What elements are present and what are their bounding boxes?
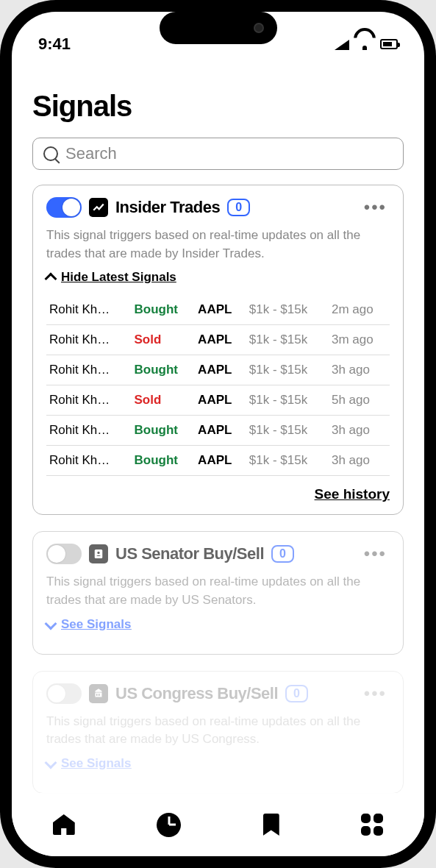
count-badge: 0 [227,199,250,216]
trade-name: Rohit Kh… [46,446,132,476]
status-time: 9:41 [38,35,71,54]
nav-bookmark-icon[interactable] [263,814,279,836]
table-row[interactable]: Rohit Kh…BoughtAAPL$1k - $15k3h ago [46,446,390,476]
trades-table: Rohit Kh…BoughtAAPL$1k - $15k2m agoRohit… [46,295,390,476]
more-menu-button[interactable]: ••• [361,199,390,216]
count-badge: 0 [285,685,308,702]
hide-signals-toggle[interactable]: Hide Latest Signals [46,270,390,285]
card-description: This signal triggers based on real-time … [46,713,390,749]
trade-symbol: AAPL [195,325,246,355]
card-header: US Senator Buy/Sell 0 ••• [46,544,390,564]
trade-symbol: AAPL [195,295,246,325]
trade-action: Sold [132,385,196,416]
trade-name: Rohit Kh… [46,355,132,385]
trade-action: Bought [132,355,196,385]
trade-time: 2m ago [329,295,390,325]
status-icons [335,38,398,50]
table-row[interactable]: Rohit Kh…SoldAAPL$1k - $15k5h ago [46,385,390,416]
trade-amount: $1k - $15k [246,295,329,325]
trade-action: Bought [132,295,196,325]
nav-history-icon[interactable] [157,813,181,837]
more-menu-button[interactable]: ••• [361,545,390,563]
trade-symbol: AAPL [195,446,246,476]
table-row[interactable]: Rohit Kh…BoughtAAPL$1k - $15k3h ago [46,355,390,385]
cellular-icon [335,38,349,50]
svg-point-1 [97,552,99,554]
trade-name: Rohit Kh… [46,416,132,446]
card-description: This signal triggers based on real-time … [46,227,390,263]
search-icon [43,146,58,161]
battery-icon [380,39,398,49]
signal-card-insider-trades: Insider Trades 0 ••• This signal trigger… [32,185,404,515]
device-frame: 9:41 Signals Insider Trades [0,0,436,868]
count-badge: 0 [271,545,294,563]
trade-action: Bought [132,446,196,476]
search-field[interactable] [32,138,404,170]
card-description: This signal triggers based on real-time … [46,573,390,609]
trade-action: Sold [132,325,196,355]
table-row[interactable]: Rohit Kh…BoughtAAPL$1k - $15k3h ago [46,416,390,446]
chart-icon [89,198,108,217]
screen: 9:41 Signals Insider Trades [12,12,424,856]
trade-amount: $1k - $15k [246,416,329,446]
hide-signals-label: Hide Latest Signals [61,270,176,285]
trade-name: Rohit Kh… [46,325,132,355]
card-title: Insider Trades [115,198,220,217]
content-area: Signals Insider Trades 0 ••• This signal… [12,63,424,856]
trade-time: 3h ago [329,416,390,446]
search-input[interactable] [65,144,393,163]
card-title: US Senator Buy/Sell [115,544,264,563]
trade-time: 3h ago [329,355,390,385]
bottom-nav [12,793,424,856]
chevron-down-icon [45,617,57,630]
capitol-icon [89,684,108,703]
wifi-icon [357,38,373,50]
trade-name: Rohit Kh… [46,295,132,325]
trade-time: 3m ago [329,325,390,355]
toggle-switch[interactable] [46,544,82,564]
trade-time: 3h ago [329,446,390,476]
card-header: US Congress Buy/Sell 0 ••• [46,683,390,704]
trade-amount: $1k - $15k [246,325,329,355]
more-menu-button[interactable]: ••• [361,685,390,702]
trade-time: 5h ago [329,385,390,416]
trade-amount: $1k - $15k [246,385,329,416]
toggle-switch[interactable] [46,197,82,218]
table-row[interactable]: Rohit Kh…SoldAAPL$1k - $15k3m ago [46,325,390,355]
trade-amount: $1k - $15k [246,446,329,476]
card-header: Insider Trades 0 ••• [46,197,390,218]
trade-symbol: AAPL [195,416,246,446]
see-signals-label: See Signals [61,756,131,771]
signal-card-us-congress: US Congress Buy/Sell 0 ••• This signal t… [32,671,404,794]
trade-action: Bought [132,416,196,446]
person-badge-icon [89,544,108,563]
page-title: Signals [32,90,404,123]
see-signals-toggle[interactable]: See Signals [46,617,390,632]
trade-symbol: AAPL [195,385,246,416]
table-row[interactable]: Rohit Kh…BoughtAAPL$1k - $15k2m ago [46,295,390,325]
see-signals-toggle[interactable]: See Signals [46,756,390,771]
device-notch [160,12,277,44]
nav-home-icon[interactable] [53,814,75,835]
see-history-link[interactable]: See history [46,486,390,502]
trade-symbol: AAPL [195,355,246,385]
nav-apps-icon[interactable] [361,814,383,836]
chevron-down-icon [45,756,57,769]
trade-name: Rohit Kh… [46,385,132,416]
signal-card-us-senator: US Senator Buy/Sell 0 ••• This signal tr… [32,531,404,654]
toggle-switch[interactable] [46,683,82,704]
see-signals-label: See Signals [61,617,131,632]
chevron-up-icon [45,273,57,285]
trade-amount: $1k - $15k [246,355,329,385]
card-title: US Congress Buy/Sell [115,684,278,703]
